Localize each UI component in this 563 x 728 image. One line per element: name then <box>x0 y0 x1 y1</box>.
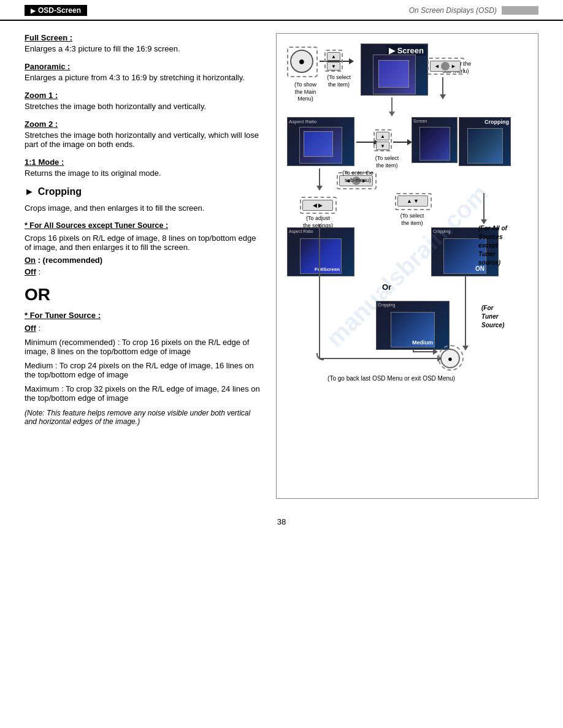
page-header: OSD-Screen On Screen Displays (OSD) <box>0 0 563 21</box>
for-tuner-label: (ForTunerSource) <box>481 305 504 328</box>
arrow-down-row2-row3 <box>483 193 484 224</box>
adjust-dashed <box>300 197 337 214</box>
zoom1-title: Zoom 1 : <box>25 91 264 100</box>
to-enter-submenu2: (To enter thesub-menu) <box>335 170 381 184</box>
cropping-medium-cube: Cropping Medium <box>376 301 450 350</box>
zoom2-title: Zoom 2 : <box>25 119 264 129</box>
header-bar <box>502 6 538 15</box>
horiz-line-bottom <box>319 358 442 359</box>
section-zoom2: Zoom 2 : Stretches the image both horizo… <box>25 119 264 149</box>
mode11-body: Returns the image to its original mode. <box>25 169 264 178</box>
to-select-label2: (To selectthe item) <box>369 155 405 169</box>
off2-label: Off <box>25 324 36 333</box>
panoramic-title: Panoramic : <box>25 62 264 71</box>
vert-from-cropping-on <box>465 276 466 350</box>
submenu-dashed1 <box>427 58 464 75</box>
cropping-body: Crops image, and then enlarges it to fil… <box>25 203 264 213</box>
cropping-label3: Cropping <box>378 303 395 307</box>
medium-section: Medium : To crop 24 pixels on the R/L ed… <box>25 361 264 379</box>
arrow-submenu-down <box>442 77 443 99</box>
aspect-ratio-cube: Aspect Ratio <box>287 117 354 166</box>
section-mode11: 1:1 Mode : Returns the image to its orig… <box>25 157 264 178</box>
off-label: Off <box>25 267 36 276</box>
full-screen-body: Enlarges a 4:3 picture to fill the 16:9 … <box>25 44 264 53</box>
screen-cube-inner <box>373 55 416 94</box>
maximum-suffix: : To crop 32 pixels on the R/L edge of i… <box>25 384 260 403</box>
mode11-title: 1:1 Mode : <box>25 157 264 167</box>
left-column: Full Screen : Enlarges a 4:3 picture to … <box>25 33 264 499</box>
screen-cube: ▶ Screen <box>361 44 428 96</box>
cropping-title: Cropping <box>38 186 82 197</box>
page-number: 38 <box>277 517 286 526</box>
arrow-down-from-ar <box>319 169 320 190</box>
minimum-section: Minimum (recommended) : To crop 16 pixel… <box>25 338 264 356</box>
to-show-label: (To showthe MainMenu) <box>284 82 327 103</box>
diagram-panel: manualsbrain.com ● (To showthe MainMenu)… <box>276 33 538 499</box>
cropping-cube: Cropping <box>459 117 511 166</box>
cropping-arrow-icon: ► <box>25 186 34 197</box>
for-tuner-box: (ForTunerSource) <box>481 304 527 330</box>
medium-label: Medium <box>412 339 433 346</box>
screen-label2: Screen <box>413 119 427 123</box>
header-right: On Screen Displays (OSD) <box>409 6 538 15</box>
aspect-ratio-label: Aspect Ratio <box>289 119 316 124</box>
fullscreen-inner: FullScreen <box>300 238 342 274</box>
header-left-label: OSD-Screen <box>25 5 87 16</box>
cropping-label: Cropping <box>484 119 509 125</box>
for-all-sources-label: * For All Sources except Tuner Source : <box>25 221 264 230</box>
section-cropping-body: Crops image, and then enlarges it to fil… <box>25 203 264 213</box>
on-line: On : (recommended) <box>25 256 264 265</box>
for-all-sources-box: (For All of Sources except Tuner source) <box>478 224 527 267</box>
cropping-label2: Cropping <box>433 229 450 233</box>
panoramic-body: Enlarges a picture from 4:3 to 16:9 by s… <box>25 73 264 82</box>
page-number-container: 38 <box>0 511 563 539</box>
full-screen-title: Full Screen : <box>25 33 264 42</box>
on-label: On <box>25 256 36 265</box>
to-select-label1: (To selectthe item) <box>322 74 356 88</box>
arrow-nav2-to-screen2 <box>393 142 412 143</box>
nav-dashed-box1 <box>324 50 343 72</box>
to-select-label3: (To selectthe item) <box>391 213 434 227</box>
aspect-ratio-inner <box>299 127 342 164</box>
aspect-fullscreen-cube: Aspect Ratio FullScreen <box>287 227 354 276</box>
go-back-dashed <box>438 345 464 371</box>
maximum-section: Maximum : To crop 32 pixels on the R/L e… <box>25 384 264 403</box>
zoom2-body: Stretches the image both horizontally an… <box>25 131 264 149</box>
off2-line: Off : <box>25 324 264 333</box>
medium-title: Medium <box>25 361 53 370</box>
ar-face <box>304 131 333 157</box>
to-go-back-label: (To go back last OSD Menu or exit OSD Me… <box>287 374 496 382</box>
minimum-title: Minimum (recommended) <box>25 338 115 347</box>
screen-cube2: Screen <box>412 117 458 163</box>
off-line: Off : <box>25 267 264 276</box>
arrow-down-from-screen <box>391 97 393 116</box>
off-suffix: : <box>36 267 40 276</box>
cropping-inner <box>467 128 503 164</box>
medium-suffix: : To crop 24 pixels on the R/L edge of i… <box>25 361 254 379</box>
vert-line-down <box>319 224 320 359</box>
vert-from-medium <box>413 350 414 351</box>
maximum-title: Maximum <box>25 384 59 393</box>
on-suffix: : (recommended) <box>36 256 102 265</box>
osd-label: On Screen Displays (OSD) <box>409 6 497 15</box>
crops-description: Crops 16 pixels on R/L edge of image, 8 … <box>25 233 264 252</box>
cube-face <box>378 60 409 88</box>
section-zoom1: Zoom 1 : Stretches the image both horizo… <box>25 91 264 111</box>
or-label: Or <box>382 282 391 293</box>
section-panoramic: Panoramic : Enlarges a picture from 4:3 … <box>25 62 264 82</box>
main-menu-dashed-box <box>287 47 318 77</box>
or-heading: OR <box>25 285 264 305</box>
osd-screen-label: OSD-Screen <box>38 6 81 15</box>
aspect-ratio-label2: Aspect Ratio <box>289 229 313 233</box>
medium-inner: Medium <box>391 312 435 347</box>
diagram-container: ● (To showthe MainMenu) ▲ ▼ (To selectth… <box>284 44 530 472</box>
arrow-to-circle-left <box>413 351 437 352</box>
screen2-inner <box>419 127 450 161</box>
nav-dashed-box2 <box>373 129 392 151</box>
cropping-heading: ► Cropping <box>25 186 264 197</box>
section-full-screen: Full Screen : Enlarges a 4:3 picture to … <box>25 33 264 53</box>
for-tuner-label: * For Tuner Source : <box>25 311 264 320</box>
note-text: (Note: This feature helps remove any noi… <box>25 409 264 426</box>
main-content: Full Screen : Enlarges a 4:3 picture to … <box>0 21 563 511</box>
off2-suffix: : <box>36 324 40 333</box>
